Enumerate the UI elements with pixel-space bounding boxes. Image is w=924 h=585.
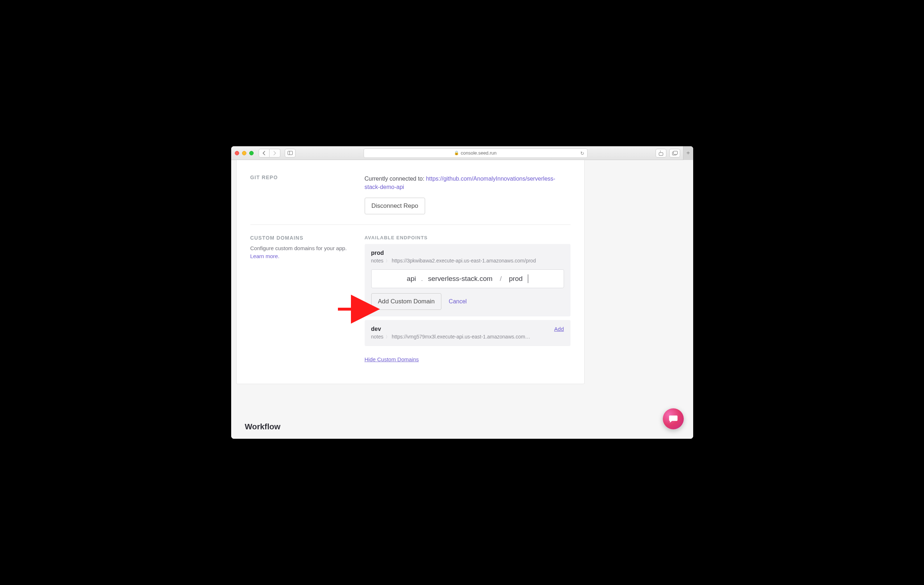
reload-icon[interactable]: ↻ xyxy=(580,150,584,156)
chevron-right-icon: 〉 xyxy=(386,258,389,264)
share-button[interactable] xyxy=(655,149,667,157)
custom-domains-section: CUSTOM DOMAINS Configure custom domains … xyxy=(250,225,571,373)
endpoint-path: notes 〉 https://3pkwibawa2.execute-api.u… xyxy=(371,258,536,264)
endpoint-service: notes xyxy=(371,334,383,340)
safari-window: 🔒 console.seed.run ↻ ＋ GIT REPO xyxy=(231,146,693,439)
chevron-right-icon: 〉 xyxy=(386,334,389,340)
available-endpoints-heading: AVAILABLE ENDPOINTS xyxy=(365,235,571,240)
git-repo-connected: Currently connected to: https://github.c… xyxy=(365,175,571,191)
git-repo-heading: GIT REPO xyxy=(250,175,351,180)
dot-separator: . xyxy=(421,275,423,283)
endpoint-prod: prod notes 〉 https://3pkwibawa2.execute-… xyxy=(365,244,571,316)
nav-buttons xyxy=(259,149,280,157)
browser-toolbar: 🔒 console.seed.run ↻ ＋ xyxy=(231,146,693,160)
endpoint-service: notes xyxy=(371,258,383,264)
chat-icon xyxy=(668,414,678,424)
chat-button[interactable] xyxy=(663,408,684,429)
hide-custom-domains-link[interactable]: Hide Custom Domains xyxy=(365,356,419,362)
subdomain-field[interactable]: api xyxy=(407,275,416,283)
custom-domains-desc: Configure custom domains for your app. L… xyxy=(250,245,351,260)
settings-card: GIT REPO Currently connected to: https:/… xyxy=(236,160,585,384)
share-icon xyxy=(659,150,663,156)
slash-separator: / xyxy=(500,275,502,283)
endpoint-name: dev xyxy=(371,326,530,332)
cancel-link[interactable]: Cancel xyxy=(449,298,467,305)
disconnect-repo-button[interactable]: Disconnect Repo xyxy=(365,198,425,214)
address-bar[interactable]: 🔒 console.seed.run ↻ xyxy=(364,149,587,158)
url-text: console.seed.run xyxy=(460,150,497,156)
sidebar-toggle-button[interactable] xyxy=(285,149,295,157)
close-window-button[interactable] xyxy=(235,151,239,155)
custom-domain-input[interactable]: api . serverless-stack.com / prod xyxy=(371,269,564,288)
learn-more-link[interactable]: Learn more. xyxy=(250,253,280,259)
endpoint-name: prod xyxy=(371,250,536,256)
text-cursor xyxy=(528,274,528,283)
custom-domains-heading: CUSTOM DOMAINS xyxy=(250,235,351,241)
page-body: GIT REPO Currently connected to: https:/… xyxy=(231,160,693,439)
add-domain-link[interactable]: Add xyxy=(554,326,564,332)
back-button[interactable] xyxy=(259,149,269,157)
tabs-icon xyxy=(672,151,677,155)
new-tab-button[interactable]: ＋ xyxy=(683,146,693,160)
connected-label: Currently connected to: xyxy=(365,175,426,182)
endpoint-dev: dev notes 〉 https://vmg579mx3l.execute-a… xyxy=(365,320,571,346)
minimize-window-button[interactable] xyxy=(242,151,246,155)
git-repo-section: GIT REPO Currently connected to: https:/… xyxy=(250,175,571,225)
endpoint-url: https://3pkwibawa2.execute-api.us-east-1… xyxy=(392,258,536,264)
domain-field[interactable]: serverless-stack.com xyxy=(428,275,492,283)
endpoint-url: https://vmg579mx3l.execute-api.us-east-1… xyxy=(392,334,530,340)
add-custom-domain-button[interactable]: Add Custom Domain xyxy=(371,293,442,310)
workflow-heading: Workflow xyxy=(245,422,281,431)
path-field[interactable]: prod xyxy=(509,275,523,283)
endpoint-path: notes 〉 https://vmg579mx3l.execute-api.u… xyxy=(371,334,530,340)
window-controls xyxy=(235,151,254,155)
zoom-window-button[interactable] xyxy=(249,151,254,155)
lock-icon: 🔒 xyxy=(454,150,459,155)
forward-button[interactable] xyxy=(269,149,280,157)
show-tabs-button[interactable] xyxy=(669,149,680,157)
sidebar-icon xyxy=(288,151,293,155)
